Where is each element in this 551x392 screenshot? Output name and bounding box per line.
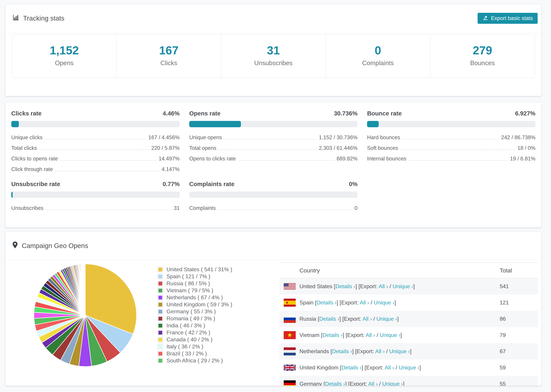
bar-chart-icon [12, 14, 19, 23]
legend-label: South Africa ( 29 / 2% ) [167, 357, 223, 364]
details-link[interactable]: Details › [332, 348, 352, 354]
rate-block: Complaints rate 0% Complaints 0 [189, 181, 358, 211]
country-name: United Kingdom [299, 364, 339, 371]
rate-value: 6.927% [515, 110, 536, 117]
tracking-stats-title: Tracking stats [23, 14, 64, 22]
geo-table-row: Germany [Details ›] [Export: All › / Uni… [279, 376, 538, 386]
country-total: 86 [500, 316, 538, 322]
legend-label: Canada ( 40 / 2% ) [167, 336, 212, 343]
legend-item: United Kingdom ( 59 / 3% ) [158, 301, 232, 308]
legend-label: Spain ( 121 / 7% ) [167, 273, 210, 280]
dotted-leader [45, 139, 146, 139]
geo-content: United States ( 541 / 31% ) Spain ( 121 … [5, 260, 541, 386]
legend-item: South Africa ( 29 / 2% ) [158, 357, 232, 364]
dotted-leader [218, 150, 317, 150]
details-link[interactable]: Details › [341, 364, 361, 371]
rate-detail-row: Clicks to opens rate 14.497% [11, 156, 180, 162]
export-unique-link[interactable]: Unique › [389, 348, 410, 354]
summary-label: Complaints [326, 60, 430, 67]
progress-bar [11, 121, 180, 127]
rate-row-value: 2,303 / 61.446% [319, 145, 358, 151]
geo-table-row: United Kingdom [Details ›] [Export: All … [279, 359, 538, 376]
progress-bar-fill [367, 121, 379, 127]
geo-header: Campaign Geo Opens [5, 232, 541, 260]
export-all-link[interactable]: All › [375, 348, 385, 354]
progress-bar [367, 121, 536, 127]
country-total: 55 [500, 381, 538, 386]
rate-block: Unsubscribe rate 0.77% Unsubscribes 31 [11, 181, 180, 211]
legend-item: Italy ( 36 / 2% ) [158, 343, 232, 350]
export-unique-link[interactable]: Unique › [376, 316, 397, 322]
flag-de-icon [284, 380, 296, 386]
rate-row-value: 19 / 6.81% [510, 156, 536, 162]
export-all-link[interactable]: All › [360, 300, 369, 306]
legend-swatch [158, 288, 163, 293]
legend-label: Netherlands ( 67 / 4% ) [167, 294, 223, 301]
legend-swatch [158, 302, 163, 307]
rate-row-label: Total opens [189, 145, 216, 151]
country-total: 121 [500, 300, 538, 306]
rate-row-label: Opens to clicks rate [189, 156, 236, 162]
legend-swatch [158, 337, 163, 343]
geo-table-row: Netherlands [Details ›] [Export: All › /… [279, 343, 538, 359]
legend-label: Russia ( 86 / 5% ) [167, 280, 210, 287]
legend-item: Russia ( 86 / 5% ) [158, 280, 232, 287]
country-total: 59 [500, 364, 538, 371]
details-link[interactable]: Details › [323, 332, 343, 338]
rate-detail-row: Total opens 2,303 / 61.446% [189, 145, 358, 151]
dotted-leader [60, 160, 156, 161]
summary-cell-bounces: 279 Bounces [430, 34, 535, 78]
summary-value: 0 [326, 44, 430, 56]
rate-block: Opens rate 30.736% Unique opens 1,152 / … [189, 110, 358, 172]
progress-bar-fill [11, 121, 19, 127]
progress-bar-fill [11, 192, 13, 198]
legend-item: Romania ( 49 / 3% ) [158, 315, 232, 322]
export-unique-link[interactable]: Unique › [399, 364, 419, 371]
legend-label: Germany ( 55 / 3% ) [167, 308, 216, 315]
rate-block: Bounce rate 6.927% Hard bounces 242 / 86… [367, 110, 536, 172]
details-link[interactable]: Details › [335, 283, 355, 289]
country-name: Spain [299, 300, 313, 306]
export-all-link[interactable]: All › [362, 316, 372, 322]
legend-swatch [158, 281, 163, 286]
legend-label: Romania ( 49 / 3% ) [167, 315, 215, 322]
export-all-link[interactable]: All › [379, 283, 388, 289]
tracking-stats-header: Tracking stats Export basic stats [5, 4, 541, 32]
legend-item: Germany ( 55 / 3% ) [158, 308, 232, 315]
legend-item: Spain ( 121 / 7% ) [158, 273, 232, 280]
details-link[interactable]: Details › [319, 316, 339, 322]
progress-bar-fill [189, 121, 241, 127]
progress-bar [11, 192, 180, 198]
summary-label: Unsubscribes [221, 60, 325, 67]
summary-row: 1,152 Opens 167 Clicks 31 Unsubscribes 0… [12, 34, 535, 78]
export-basic-stats-button[interactable]: Export basic stats [478, 13, 538, 24]
export-all-link[interactable]: All › [385, 364, 394, 371]
export-all-link[interactable]: All › [368, 381, 378, 386]
country-column-header: Country [279, 267, 500, 274]
legend-swatch [158, 309, 163, 314]
details-link[interactable]: Details › [317, 300, 337, 306]
legend-label: United States ( 541 / 31% ) [167, 266, 232, 273]
rate-value: 0% [349, 181, 358, 188]
flag-gb-icon [284, 364, 296, 371]
geo-table-row: Vietnam [Details ›] [Export: All › / Uni… [279, 327, 538, 343]
rate-row-value: 689.82% [337, 156, 357, 162]
geo-title-row: Campaign Geo Opens [12, 241, 88, 250]
pie-slice-other-45[interactable] [85, 264, 85, 315]
export-all-link[interactable]: All › [366, 332, 375, 338]
rate-row-label: Soft bounces [367, 145, 398, 151]
rate-detail-row: Soft bounces 18 / 0% [367, 145, 536, 151]
rate-detail-row: Unsubscribes 31 [11, 205, 180, 211]
tracking-stats-card: Tracking stats Export basic stats 1,152 … [5, 4, 542, 96]
country-total: 79 [500, 332, 538, 338]
rate-row-value: 31 [174, 205, 179, 211]
export-unique-link[interactable]: Unique › [374, 300, 395, 306]
export-unique-link[interactable]: Unique › [393, 283, 413, 289]
rate-row-value: 220 / 5.87% [151, 145, 179, 151]
legend-swatch [158, 358, 163, 364]
details-link[interactable]: Details › [325, 381, 345, 386]
rate-row-label: Internal bounces [367, 156, 406, 162]
geo-table-row: United States [Details ›] [Export: All ›… [279, 278, 538, 294]
export-unique-link[interactable]: Unique › [380, 332, 400, 338]
export-unique-link[interactable]: Unique › [382, 381, 403, 386]
